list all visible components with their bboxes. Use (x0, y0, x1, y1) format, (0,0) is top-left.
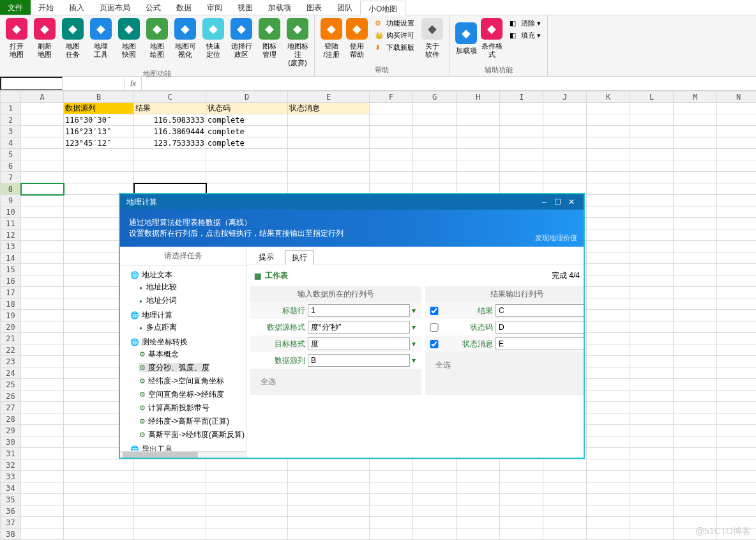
cell[interactable] (587, 206, 630, 218)
col-header[interactable]: L (630, 91, 674, 103)
row-header[interactable]: 8 (1, 183, 21, 195)
cell[interactable] (587, 103, 630, 114)
cell[interactable] (674, 471, 717, 482)
cell[interactable] (21, 149, 64, 160)
cell[interactable] (717, 482, 757, 494)
cell[interactable] (21, 183, 64, 195)
cell[interactable]: 状态码 (206, 103, 288, 114)
cell[interactable] (630, 287, 674, 298)
cell[interactable] (717, 448, 757, 459)
cell[interactable] (587, 229, 630, 241)
cell[interactable] (288, 517, 370, 528)
cell[interactable] (288, 528, 370, 540)
col-header[interactable]: K (587, 91, 630, 103)
cell[interactable] (500, 126, 543, 137)
menu-tab-4[interactable]: 数据 (169, 0, 199, 15)
cell[interactable] (134, 160, 206, 172)
cell[interactable] (21, 459, 64, 471)
cell[interactable] (587, 448, 630, 459)
cell[interactable] (21, 413, 64, 425)
cell[interactable] (587, 356, 630, 367)
cell[interactable] (21, 390, 64, 402)
row-header[interactable]: 23 (1, 356, 21, 367)
cell[interactable] (21, 160, 64, 172)
cell[interactable] (134, 517, 206, 528)
cell[interactable] (587, 413, 630, 425)
cell[interactable] (630, 333, 674, 344)
cell[interactable] (630, 241, 674, 252)
cell[interactable] (413, 471, 457, 482)
cell[interactable] (674, 126, 717, 137)
cell[interactable] (288, 494, 370, 505)
dropdown-icon[interactable]: ▾ (410, 323, 418, 332)
cell[interactable] (717, 310, 757, 321)
cell[interactable] (674, 149, 717, 160)
row-header[interactable]: 5 (1, 149, 21, 160)
cell[interactable] (674, 298, 717, 310)
cell[interactable] (717, 425, 757, 436)
row-header[interactable]: 16 (1, 275, 21, 287)
row-header[interactable]: 10 (1, 206, 21, 218)
col-header[interactable]: H (457, 91, 500, 103)
col-header[interactable]: C (134, 91, 206, 103)
cell[interactable] (21, 494, 64, 505)
tree-node[interactable]: 导出工具 (130, 445, 172, 451)
cell[interactable] (370, 528, 413, 540)
cell[interactable] (543, 517, 587, 528)
cell[interactable] (674, 287, 717, 298)
cell[interactable] (674, 333, 717, 344)
select-all-right[interactable]: 全选 (429, 356, 584, 374)
cell[interactable] (543, 505, 587, 517)
cell[interactable] (717, 356, 757, 367)
dropdown-icon[interactable]: ▾ (410, 356, 418, 365)
cell[interactable] (630, 425, 674, 436)
cell[interactable] (587, 425, 630, 436)
task-tree[interactable]: 地址文本地址比较地址分词地理计算多点距离测绘坐标转换基本概念度分秒、弧度、度经纬… (120, 266, 246, 451)
maximize-icon[interactable]: ☐ (552, 197, 564, 206)
col-header[interactable]: J (543, 91, 587, 103)
cell[interactable]: 状态消息 (288, 103, 370, 114)
cell[interactable]: 数据源列 (64, 103, 134, 114)
row-header[interactable]: 21 (1, 333, 21, 344)
tree-node[interactable]: 多点距离 (139, 323, 177, 332)
row-header[interactable]: 38 (1, 528, 21, 540)
cell[interactable] (630, 344, 674, 356)
cell[interactable] (64, 505, 134, 517)
row-header[interactable]: 33 (1, 471, 21, 482)
cell[interactable] (288, 172, 370, 183)
cell[interactable] (21, 448, 64, 459)
cell[interactable] (717, 195, 757, 206)
cell[interactable] (543, 160, 587, 172)
cell[interactable] (21, 425, 64, 436)
cell[interactable] (457, 505, 500, 517)
cell[interactable] (630, 448, 674, 459)
col-header[interactable]: D (206, 91, 288, 103)
cell[interactable] (674, 505, 717, 517)
cell[interactable] (587, 298, 630, 310)
cell[interactable] (134, 528, 206, 540)
cell[interactable] (543, 126, 587, 137)
cell[interactable] (288, 482, 370, 494)
cell[interactable] (674, 321, 717, 333)
cell[interactable]: 116.3869444 (134, 126, 206, 137)
cell[interactable] (206, 505, 288, 517)
close-icon[interactable]: ✕ (566, 197, 577, 206)
ribbon-button[interactable]: ◆选择行政区 (229, 18, 254, 59)
cell[interactable] (413, 137, 457, 149)
cell[interactable] (500, 137, 543, 149)
row-header[interactable]: 26 (1, 390, 21, 402)
cell[interactable] (21, 287, 64, 298)
cell[interactable] (630, 172, 674, 183)
row-header[interactable]: 11 (1, 218, 21, 229)
cell[interactable] (500, 528, 543, 540)
cell[interactable] (630, 298, 674, 310)
cell[interactable] (457, 459, 500, 471)
cell[interactable] (370, 494, 413, 505)
cell[interactable] (674, 275, 717, 287)
cell[interactable] (500, 494, 543, 505)
cell[interactable] (413, 149, 457, 160)
cell[interactable]: complete (206, 137, 288, 149)
tree-node[interactable]: 高斯平面->经纬度(高斯反算) (139, 430, 245, 439)
tree-node[interactable]: 地址文本 (130, 270, 172, 279)
row-header[interactable]: 14 (1, 252, 21, 264)
